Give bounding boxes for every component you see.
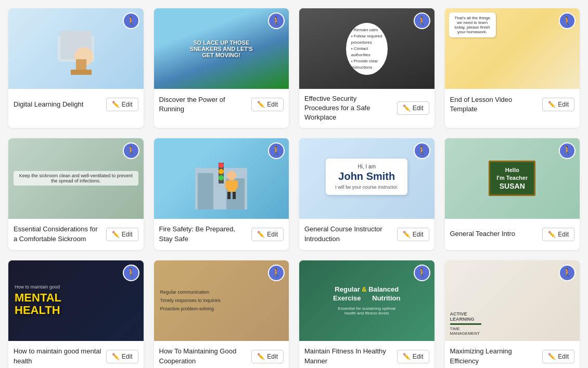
card-body-10: How To Maintaining Good Cooperation ✏️ E… bbox=[154, 341, 289, 368]
card-title-3: Effective Security Procedures for a Safe… bbox=[304, 94, 397, 123]
svg-rect-15 bbox=[234, 180, 238, 189]
fitness-thumb-sub: Essential for sustaining optimalhealth a… bbox=[338, 306, 395, 316]
edit-button-1[interactable]: ✏️ Edit bbox=[106, 98, 138, 111]
card-discover-running: SO LACE UP THOSESNEAKERS AND LET'SGET MO… bbox=[154, 8, 289, 128]
card-maximizing-learning: ACTIVELEARNING TIMEMANAGEMENT 🚶 Maximizi… bbox=[445, 260, 580, 368]
security-bubble-text: • Remain calm• Follow required procedure… bbox=[346, 23, 388, 75]
running-thumb-text: SO LACE UP THOSESNEAKERS AND LET'SGET MO… bbox=[190, 40, 253, 58]
card-body-11: Maintain Fitness In Healthy Manner ✏️ Ed… bbox=[299, 341, 434, 368]
thumbnail-maintain-fitness: Regular & BalancedExercise Nutrition Ess… bbox=[299, 260, 434, 341]
edit-button-8[interactable]: ✏️ Edit bbox=[542, 228, 574, 241]
edit-icon-6: ✏️ bbox=[257, 231, 265, 238]
cooperation-thumb-text: Regular communication Timely responses t… bbox=[160, 288, 221, 313]
avatar-badge-3: 🚶 bbox=[414, 12, 430, 29]
svg-rect-16 bbox=[227, 192, 231, 199]
edit-button-5[interactable]: ✏️ Edit bbox=[106, 228, 138, 241]
avatar-badge-7: 🚶 bbox=[414, 142, 430, 159]
john-smith-name: John Smith bbox=[335, 170, 398, 182]
thumbnail-maximizing-learning: ACTIVELEARNING TIMEMANAGEMENT 🚶 bbox=[445, 260, 580, 341]
edit-icon-10: ✏️ bbox=[257, 353, 265, 360]
edit-icon-2: ✏️ bbox=[257, 101, 265, 108]
card-maintain-fitness: Regular & BalancedExercise Nutrition Ess… bbox=[299, 260, 434, 368]
card-digital-learning: 🚶 Digital Learning Delight ✏️ Edit bbox=[8, 8, 144, 128]
edit-icon-9: ✏️ bbox=[112, 353, 120, 360]
time-management-label: TIMEMANAGEMENT bbox=[450, 326, 480, 336]
thumbnail-digital-learning: 🚶 bbox=[8, 8, 144, 89]
chalkboard-greeting: HelloI'm Teacher bbox=[496, 166, 528, 182]
edit-button-6[interactable]: ✏️ Edit bbox=[251, 228, 284, 241]
card-title-6: Fire Safety: Be Prepared, Stay Safe bbox=[159, 225, 252, 243]
sickroom-thumb-text: Keep the sickroom clean and well-ventila… bbox=[14, 171, 138, 186]
card-general-course: Hi, I am John Smith I will be your cours… bbox=[299, 138, 434, 250]
edit-button-10[interactable]: ✏️ Edit bbox=[251, 350, 284, 363]
svg-rect-17 bbox=[233, 192, 236, 199]
edit-icon-1: ✏️ bbox=[112, 101, 120, 108]
card-body-7: General Course Instructor Introduction ✏… bbox=[299, 219, 434, 250]
edit-button-7[interactable]: ✏️ Edit bbox=[397, 228, 429, 241]
avatar-badge-8: 🚶 bbox=[559, 142, 576, 159]
edit-button-9[interactable]: ✏️ Edit bbox=[106, 350, 138, 363]
avatar-badge-5: 🚶 bbox=[123, 142, 139, 159]
edit-button-12[interactable]: ✏️ Edit bbox=[542, 350, 574, 363]
avatar-badge-2: 🚶 bbox=[268, 12, 285, 29]
avatar-badge-10: 🚶 bbox=[268, 265, 285, 281]
thumbnail-mental-health: How to maintain good MENTALHEALTH 🚶 bbox=[8, 260, 144, 341]
svg-point-10 bbox=[219, 169, 224, 174]
card-body-1: Digital Learning Delight ✏️ Edit bbox=[8, 89, 144, 120]
thumbnail-fire-safety: 🚶 bbox=[154, 138, 289, 219]
chalkboard: HelloI'm Teacher SUSAN bbox=[489, 161, 535, 196]
edit-button-3[interactable]: ✏️ Edit bbox=[397, 101, 429, 115]
card-title-2: Discover the Power of Running bbox=[159, 95, 252, 114]
card-title-10: How To Maintaining Good Cooperation bbox=[159, 347, 252, 365]
svg-point-11 bbox=[219, 175, 224, 180]
active-learning-divider bbox=[450, 323, 481, 325]
edit-button-4[interactable]: ✏️ Edit bbox=[542, 98, 574, 111]
card-title-4: End of Lesson Video Template bbox=[450, 95, 543, 114]
card-title-9: How to maintain good mental health bbox=[14, 347, 106, 365]
edit-button-11[interactable]: ✏️ Edit bbox=[397, 350, 429, 363]
card-title-7: General Course Instructor Introduction bbox=[304, 225, 397, 243]
card-body-9: How to maintain good mental health ✏️ Ed… bbox=[8, 341, 144, 368]
edit-icon-8: ✏️ bbox=[548, 231, 556, 238]
card-title-12: Maximizing Learning Efficiency bbox=[450, 347, 543, 365]
edit-icon-4: ✏️ bbox=[548, 101, 556, 108]
john-smith-greeting: Hi, I am bbox=[335, 164, 398, 169]
avatar-badge-4: 🚶 bbox=[559, 12, 576, 29]
edit-icon-11: ✏️ bbox=[403, 353, 411, 360]
card-general-teacher: HelloI'm Teacher SUSAN 🚶 General Teacher… bbox=[445, 138, 580, 250]
speech-bubble-text: That's all the things we need to learn t… bbox=[449, 12, 496, 37]
thumbnail-general-course: Hi, I am John Smith I will be your cours… bbox=[299, 138, 434, 219]
thumbnail-general-teacher: HelloI'm Teacher SUSAN 🚶 bbox=[445, 138, 580, 219]
avatar-badge-6: 🚶 bbox=[268, 142, 285, 159]
thumbnail-end-of-lesson: That's all the things we need to learn t… bbox=[445, 8, 580, 89]
edit-icon-12: ✏️ bbox=[548, 353, 556, 360]
thumbnail-effective-security: • Remain calm• Follow required procedure… bbox=[299, 8, 434, 89]
avatar-badge-9: 🚶 bbox=[123, 265, 139, 281]
avatar-badge-12: 🚶 bbox=[559, 265, 576, 281]
card-body-8: General Teacher Intro ✏️ Edit bbox=[445, 219, 580, 250]
thumbnail-discover-running: SO LACE UP THOSESNEAKERS AND LET'SGET MO… bbox=[154, 8, 289, 89]
card-body-5: Essential Considerations for a Comfortab… bbox=[8, 219, 144, 250]
svg-rect-14 bbox=[225, 180, 229, 189]
edit-icon-3: ✏️ bbox=[403, 104, 411, 112]
card-body-3: Effective Security Procedures for a Safe… bbox=[299, 89, 434, 128]
card-title-1: Digital Learning Delight bbox=[14, 100, 106, 109]
card-fire-safety: 🚶 Fire Safety: Be Prepared, Stay Safe ✏️… bbox=[154, 138, 289, 250]
card-essential-sickroom: Keep the sickroom clean and well-ventila… bbox=[8, 138, 144, 250]
svg-rect-6 bbox=[198, 173, 213, 209]
svg-rect-4 bbox=[71, 70, 92, 75]
card-body-4: End of Lesson Video Template ✏️ Edit bbox=[445, 89, 580, 120]
card-body-6: Fire Safety: Be Prepared, Stay Safe ✏️ E… bbox=[154, 219, 289, 250]
active-learning-label: ACTIVELEARNING bbox=[450, 311, 475, 322]
course-grid: 🚶 Digital Learning Delight ✏️ Edit SO LA… bbox=[8, 8, 580, 368]
edit-icon-5: ✏️ bbox=[112, 231, 120, 238]
card-title-5: Essential Considerations for a Comfortab… bbox=[14, 225, 106, 243]
mental-health-title-text: MENTALHEALTH bbox=[15, 292, 61, 317]
chalkboard-name: SUSAN bbox=[496, 182, 528, 190]
svg-point-12 bbox=[227, 171, 236, 180]
card-mental-health: How to maintain good MENTALHEALTH 🚶 How … bbox=[8, 260, 144, 368]
fitness-thumb-title: Regular & BalancedExercise Nutrition bbox=[333, 285, 400, 303]
card-end-of-lesson: That's all the things we need to learn t… bbox=[445, 8, 580, 128]
edit-button-2[interactable]: ✏️ Edit bbox=[251, 98, 284, 111]
card-title-8: General Teacher Intro bbox=[450, 229, 543, 239]
